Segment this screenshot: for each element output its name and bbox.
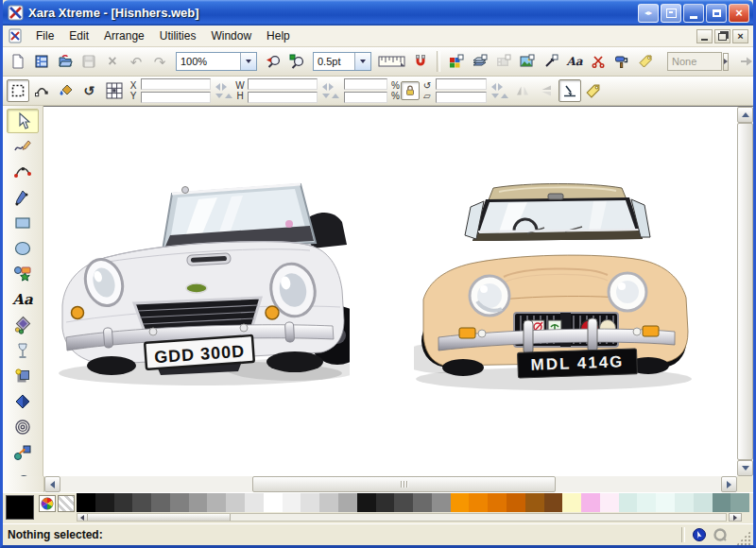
contour-tool[interactable] <box>7 415 39 439</box>
palette-swatch[interactable] <box>319 493 338 512</box>
line-width-combo-arrow[interactable] <box>354 53 370 70</box>
size-nudge-buttons[interactable] <box>322 83 339 98</box>
palette-scroll-right-button[interactable] <box>729 513 742 522</box>
scale-height-field[interactable] <box>344 92 387 103</box>
layer-gallery-button[interactable] <box>469 50 491 73</box>
pen-tool[interactable] <box>7 185 39 210</box>
palette-swatch[interactable] <box>226 493 245 512</box>
palette-swatch[interactable] <box>600 493 619 512</box>
ruler-toggle-button[interactable] <box>376 50 408 73</box>
scroll-right-button[interactable] <box>721 476 737 492</box>
open-button[interactable] <box>54 50 77 73</box>
horizontal-scrollbar[interactable] <box>44 476 737 492</box>
palette-swatch[interactable] <box>77 493 95 512</box>
titlebar[interactable]: Xara Xtreme - [Hisnhers.web] ◂▸ × <box>3 0 753 26</box>
palette-swatch[interactable] <box>544 493 563 512</box>
position-nudge-buttons[interactable] <box>215 83 232 98</box>
frame-gallery-button[interactable] <box>492 50 515 73</box>
quickshape-tool[interactable] <box>7 262 39 286</box>
style-apply-button[interactable] <box>723 53 729 71</box>
forward-arrow-button[interactable] <box>735 50 756 73</box>
fill-tool[interactable] <box>7 313 39 337</box>
maximize-button[interactable] <box>706 4 727 23</box>
clipart-gallery-button[interactable] <box>587 50 610 73</box>
palette-swatch[interactable] <box>637 493 656 512</box>
line-gallery-button[interactable] <box>540 50 562 73</box>
palette-swatch[interactable] <box>95 493 114 512</box>
live-drag-indicator[interactable] <box>691 526 708 543</box>
horizontal-scroll-thumb[interactable] <box>252 476 557 492</box>
palette-swatch[interactable] <box>151 493 170 512</box>
car-illustration-left[interactable]: GDD 300D <box>57 162 350 393</box>
palette-scroll-left-button[interactable] <box>77 514 88 521</box>
scroll-left-button[interactable] <box>44 476 60 492</box>
apply-name-button[interactable] <box>582 79 605 102</box>
palette-swatch[interactable] <box>264 493 283 512</box>
palette-scroll-thumb[interactable] <box>88 514 231 521</box>
scroll-up-button[interactable] <box>737 107 753 123</box>
style-combo[interactable]: None <box>667 52 722 71</box>
close-button[interactable]: × <box>729 4 749 23</box>
save-button[interactable] <box>77 50 100 73</box>
palette-swatch[interactable] <box>562 493 581 512</box>
palette-swatch[interactable] <box>283 493 301 512</box>
palette-swatch[interactable] <box>507 493 525 512</box>
palette-swatch[interactable] <box>581 493 600 512</box>
width-field[interactable] <box>248 78 318 90</box>
anchor-point-picker[interactable] <box>101 79 128 102</box>
drawing-canvas[interactable]: GDD 300D <box>43 106 737 476</box>
vertical-scrollbar[interactable] <box>737 106 753 476</box>
menu-edit[interactable]: Edit <box>61 27 96 44</box>
zoom-combo[interactable]: 100% <box>176 52 257 71</box>
no-color-swatch[interactable] <box>58 495 75 512</box>
document-icon[interactable] <box>8 28 23 43</box>
rotate-nudge-buttons[interactable] <box>491 83 508 98</box>
snap-magnet-button[interactable] <box>409 50 432 73</box>
palette-scrollbar[interactable] <box>77 513 727 522</box>
rectangle-tool[interactable] <box>7 211 39 235</box>
new-animation-button[interactable] <box>30 50 53 73</box>
palette-swatch[interactable] <box>376 493 395 512</box>
new-document-button[interactable] <box>7 50 29 73</box>
fill-edit-mode-button[interactable] <box>54 79 77 102</box>
car-illustration-right[interactable]: MDL 414G <box>414 182 697 392</box>
rotate-angle-field[interactable] <box>436 78 487 90</box>
menu-utilities[interactable]: Utilities <box>152 27 204 44</box>
palette-swatch[interactable] <box>432 493 451 512</box>
bevel-tool[interactable] <box>7 389 39 414</box>
selector-tool[interactable] <box>7 109 39 133</box>
palette-swatch[interactable] <box>207 493 226 512</box>
palette-swatch[interactable] <box>245 493 264 512</box>
palette-swatch[interactable] <box>469 493 488 512</box>
palette-swatch[interactable] <box>694 493 713 512</box>
palette-swatch[interactable] <box>301 493 319 512</box>
menu-arrange[interactable]: Arrange <box>96 27 152 44</box>
previous-zoom-button[interactable] <box>262 50 284 73</box>
bitmap-gallery-button[interactable] <box>516 50 539 73</box>
mdi-restore-button[interactable] <box>714 29 730 43</box>
vertical-scroll-thumb[interactable] <box>737 123 753 460</box>
text-tool[interactable]: Aa <box>7 287 39 312</box>
name-gallery-button[interactable] <box>634 50 657 73</box>
y-position-field[interactable] <box>141 92 211 103</box>
marquee-select-button[interactable] <box>7 79 29 102</box>
palette-swatch[interactable] <box>525 493 544 512</box>
color-editor-button[interactable] <box>39 495 56 512</box>
ellipse-tool[interactable] <box>7 236 39 261</box>
mdi-minimize-button[interactable] <box>696 29 713 43</box>
node-edit-mode-button[interactable] <box>30 79 53 102</box>
menu-window[interactable]: Window <box>203 27 259 44</box>
freehand-tool[interactable] <box>7 134 39 159</box>
palette-swatch[interactable] <box>713 493 731 512</box>
scale-width-field[interactable] <box>344 78 387 90</box>
shape-editor-tool[interactable] <box>7 160 39 184</box>
titlebar-float-button[interactable] <box>661 4 681 23</box>
menu-help[interactable]: Help <box>259 27 298 44</box>
current-fill-swatch[interactable] <box>6 495 34 520</box>
snap-indicator[interactable] <box>712 526 729 543</box>
flip-horizontal-button[interactable] <box>511 79 534 102</box>
palette-swatch[interactable] <box>394 493 413 512</box>
horizontal-scroll-track[interactable] <box>60 476 721 492</box>
minimize-button[interactable] <box>683 4 704 23</box>
palette-swatch[interactable] <box>170 493 189 512</box>
